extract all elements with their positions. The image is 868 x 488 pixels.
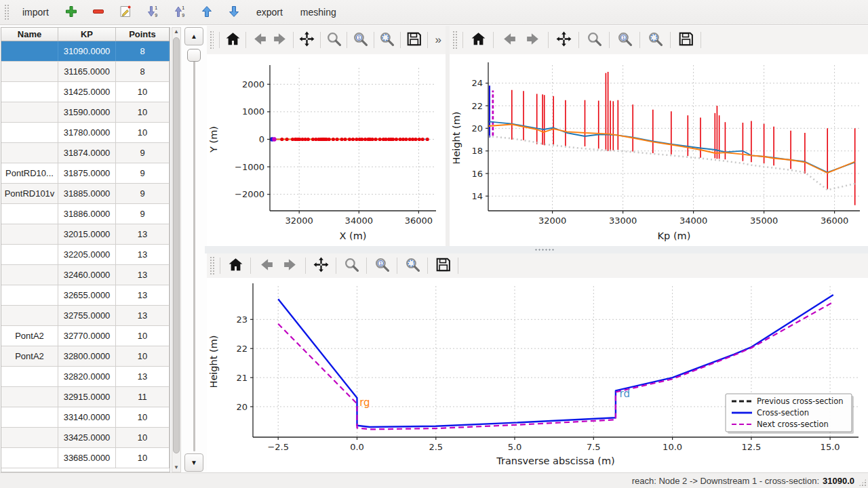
nav-home-button[interactable] — [224, 254, 247, 277]
kp-cell[interactable]: 31425.0000 — [58, 82, 116, 102]
points-cell[interactable]: 10 — [116, 123, 170, 142]
name-cell[interactable]: PontA2 — [1, 326, 58, 346]
profile-chart[interactable]: 3200033000340003500036000141618202224Kp … — [450, 54, 868, 246]
name-cell[interactable] — [1, 448, 58, 468]
name-cell[interactable] — [1, 265, 58, 285]
table-row[interactable]: 33685.000010 — [1, 448, 170, 468]
nav-zoom-button[interactable] — [583, 28, 606, 52]
edit-button[interactable] — [117, 3, 134, 21]
nav-forward-button[interactable] — [279, 254, 302, 277]
nav-back-button[interactable] — [497, 28, 520, 52]
cross-section-slider-handle[interactable] — [187, 49, 201, 62]
move-down-button[interactable] — [225, 3, 243, 21]
nav-forward-button[interactable] — [271, 28, 290, 52]
kp-cell[interactable]: 32460.0000 — [58, 265, 116, 285]
table-row[interactable]: 32205.000013 — [1, 245, 170, 265]
table-row[interactable]: 33140.000010 — [1, 407, 170, 428]
kp-cell[interactable]: 33140.0000 — [58, 407, 116, 427]
points-cell[interactable]: 13 — [116, 265, 170, 285]
points-cell[interactable]: 8 — [116, 62, 170, 81]
table-row[interactable]: PontRD101v31885.00009 — [1, 184, 170, 204]
points-cell[interactable]: 10 — [116, 346, 170, 366]
points-cell[interactable]: 10 — [116, 428, 170, 447]
plan-chart[interactable]: 320003400036000−2000−1000010002000X (m)Y… — [207, 54, 446, 246]
points-cell[interactable]: 13 — [116, 245, 170, 264]
toolbar-drag-handle[interactable] — [452, 30, 457, 49]
nav-zoom-button[interactable] — [324, 28, 344, 52]
kp-cell[interactable]: 32755.0000 — [58, 306, 116, 325]
header-name[interactable]: Name — [1, 28, 58, 41]
toolbar-drag-handle[interactable] — [4, 4, 9, 20]
toolbar-drag-handle[interactable] — [210, 30, 214, 49]
nav-home-button[interactable] — [467, 28, 490, 52]
points-cell[interactable]: 13 — [116, 306, 170, 325]
points-cell[interactable]: 9 — [116, 143, 170, 163]
add-button[interactable] — [62, 3, 80, 21]
table-row[interactable]: 32915.000011 — [1, 387, 170, 407]
points-cell[interactable]: 10 — [116, 82, 170, 102]
table-row[interactable]: 32015.000013 — [1, 224, 170, 245]
nav-zoom-button[interactable] — [340, 254, 363, 277]
name-cell[interactable] — [1, 143, 58, 163]
kp-cell[interactable]: 31165.0000 — [58, 62, 116, 81]
name-cell[interactable] — [1, 306, 58, 325]
name-cell[interactable] — [1, 428, 58, 447]
table-row[interactable]: 32655.000013 — [1, 285, 170, 306]
name-cell[interactable] — [1, 82, 58, 102]
points-cell[interactable]: 10 — [116, 407, 170, 427]
table-row[interactable]: PontA232770.000010 — [1, 326, 170, 346]
kp-cell[interactable]: 31780.0000 — [58, 123, 116, 142]
nav-zoom-selection-button[interactable] — [644, 28, 667, 52]
kp-cell[interactable]: 31875.0000 — [58, 163, 116, 183]
points-cell[interactable]: 13 — [116, 285, 170, 305]
points-cell[interactable]: 9 — [116, 184, 170, 203]
kp-cell[interactable]: 31874.0000 — [58, 143, 116, 163]
table-row[interactable]: 31165.00008 — [1, 62, 170, 82]
table-row[interactable]: 31780.000010 — [1, 123, 170, 143]
name-cell[interactable] — [1, 204, 58, 224]
sort-ascending-button[interactable]: 19 — [171, 3, 189, 21]
header-kp[interactable]: KP — [58, 28, 116, 41]
header-points[interactable]: Points — [116, 28, 170, 41]
name-cell[interactable] — [1, 102, 58, 122]
points-cell[interactable]: 9 — [116, 204, 170, 224]
nav-zoom-selection-button[interactable] — [401, 254, 424, 277]
nav-pan-button[interactable] — [309, 254, 332, 277]
name-cell[interactable] — [1, 62, 58, 81]
remove-button[interactable] — [90, 3, 107, 21]
kp-cell[interactable]: 31886.0000 — [58, 204, 116, 224]
points-cell[interactable]: 10 — [116, 326, 170, 346]
kp-cell[interactable]: 32770.0000 — [58, 326, 116, 346]
table-row[interactable]: 31590.000010 — [1, 102, 170, 123]
kp-cell[interactable]: 31590.0000 — [58, 102, 116, 122]
nav-pan-button[interactable] — [552, 28, 575, 52]
name-cell[interactable] — [1, 123, 58, 142]
horizontal-splitter[interactable] — [205, 246, 868, 253]
table-row[interactable]: 33425.000010 — [1, 428, 170, 448]
table-scrollbar-thumb[interactable] — [173, 37, 180, 453]
export-button[interactable]: export — [252, 4, 287, 20]
toolbar-overflow-button[interactable]: » — [431, 33, 446, 47]
kp-cell[interactable]: 32015.0000 — [58, 224, 116, 244]
name-cell[interactable] — [1, 387, 58, 407]
table-row[interactable]: PontA232800.000010 — [1, 346, 170, 367]
nav-back-button[interactable] — [250, 28, 269, 52]
cross-section-slider-groove[interactable] — [193, 53, 195, 451]
table-row[interactable]: 31886.00009 — [1, 204, 170, 224]
nav-home-button[interactable] — [223, 28, 243, 52]
points-cell[interactable]: 9 — [116, 163, 170, 183]
kp-cell[interactable]: 32820.0000 — [58, 367, 116, 386]
nav-zoom-selection-button[interactable] — [378, 28, 397, 52]
nav-forward-button[interactable] — [521, 28, 545, 52]
nav-pan-button[interactable] — [297, 28, 317, 52]
name-cell[interactable]: PontRD10... — [1, 163, 58, 183]
kp-cell[interactable]: 31885.0000 — [58, 184, 116, 203]
table-row[interactable]: 31425.000010 — [1, 82, 170, 102]
name-cell[interactable] — [1, 285, 58, 305]
points-cell[interactable]: 13 — [116, 224, 170, 244]
nav-zoom-original-button[interactable]: 1 — [351, 28, 370, 52]
table-scrollbar[interactable]: ▲ ▼ — [172, 27, 181, 472]
table-row[interactable]: 31090.00008 — [1, 41, 170, 62]
points-cell[interactable]: 11 — [116, 387, 170, 407]
name-cell[interactable]: PontA2 — [1, 346, 58, 366]
